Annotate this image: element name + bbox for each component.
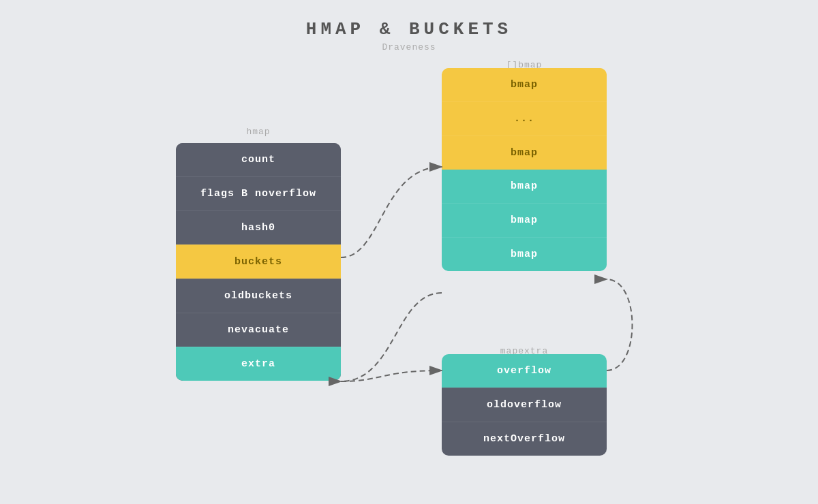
hmap-row-flags: flags B noverflow <box>176 176 341 210</box>
bmap-row-0: bmap <box>442 68 607 101</box>
hmap-row-buckets: buckets <box>176 245 341 279</box>
hmap-row-extra: extra <box>176 347 341 381</box>
bmap-teal-row-1: bmap <box>442 203 607 237</box>
page-subtitle: Draveness <box>0 42 818 52</box>
mapextra-box: overflow oldoverflow nextOverflow <box>442 354 607 456</box>
mapextra-row-oldoverflow: oldoverflow <box>442 388 607 422</box>
hmap-row-oldbuckets: oldbuckets <box>176 279 341 313</box>
mapextra-row-nextoverflow: nextOverflow <box>442 422 607 456</box>
arrow-extra-to-mapextra <box>341 371 442 381</box>
bmap-teal-row-2: bmap <box>442 237 607 271</box>
hmap-box: count flags B noverflow hash0 buckets ol… <box>176 143 341 381</box>
diagram: hmap count flags B noverflow hash0 bucke… <box>0 61 818 504</box>
hmap-row-hash0: hash0 <box>176 210 341 245</box>
bmap-box: bmap ... bmap bmap bmap bmap <box>442 68 607 271</box>
bmap-teal-row-0: bmap <box>442 170 607 203</box>
arrow-overflow-to-bmap <box>607 279 633 371</box>
hmap-label: hmap <box>176 127 341 137</box>
bmap-row-2: bmap <box>442 136 607 170</box>
hmap-row-nevacuate: nevacuate <box>176 313 341 347</box>
arrow-bmap-teal-to-hmap-extra <box>341 293 442 381</box>
page-title: HMAP & BUCKETS <box>0 0 818 40</box>
mapextra-row-overflow: overflow <box>442 354 607 388</box>
bmap-row-1: ... <box>442 101 607 136</box>
hmap-row-count: count <box>176 143 341 176</box>
arrow-buckets-to-bmap <box>341 167 442 257</box>
arrows-svg <box>0 61 818 504</box>
